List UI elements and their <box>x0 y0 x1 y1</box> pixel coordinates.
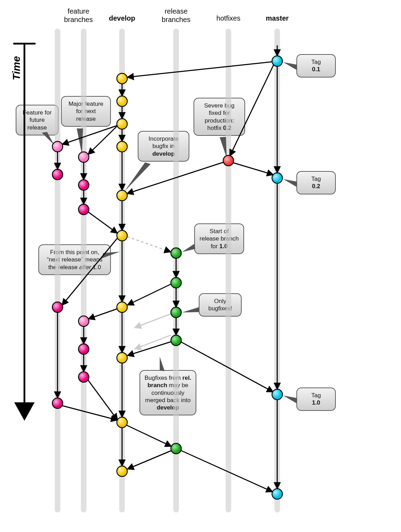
svg-point-64 <box>117 302 127 312</box>
svg-point-75 <box>52 302 63 312</box>
svg-point-77 <box>78 152 89 162</box>
svg-line-27 <box>89 212 117 233</box>
edges <box>58 45 277 492</box>
svg-point-69 <box>171 278 181 288</box>
svg-point-61 <box>117 141 127 152</box>
svg-line-28 <box>230 65 274 155</box>
svg-point-58 <box>117 73 127 84</box>
svg-line-30 <box>233 163 273 175</box>
svg-point-67 <box>117 466 127 476</box>
svg-point-53 <box>272 56 282 66</box>
svg-point-76 <box>52 398 63 408</box>
svg-point-65 <box>117 353 127 363</box>
time-axis-arrow <box>14 44 35 419</box>
svg-line-42 <box>62 238 117 305</box>
svg-line-21 <box>128 62 272 77</box>
svg-point-74 <box>52 169 63 180</box>
svg-point-54 <box>272 173 282 183</box>
svg-point-60 <box>117 119 127 129</box>
svg-line-39 <box>135 314 171 327</box>
svg-line-43 <box>89 309 117 319</box>
svg-point-56 <box>272 489 282 499</box>
svg-point-72 <box>171 443 181 454</box>
svg-point-62 <box>117 190 127 201</box>
svg-point-79 <box>78 204 89 215</box>
commit-nodes <box>52 56 282 499</box>
diagram-svg <box>0 0 401 532</box>
svg-line-50 <box>128 451 171 469</box>
svg-point-63 <box>117 230 127 241</box>
svg-point-68 <box>171 248 181 258</box>
svg-point-81 <box>78 344 89 354</box>
svg-point-82 <box>78 372 89 382</box>
svg-point-73 <box>52 141 63 152</box>
svg-point-59 <box>117 96 127 106</box>
svg-point-80 <box>78 316 89 326</box>
svg-line-31 <box>127 237 170 252</box>
svg-point-78 <box>78 180 89 190</box>
svg-line-40 <box>135 335 171 349</box>
svg-line-49 <box>127 425 171 446</box>
svg-point-70 <box>171 307 181 318</box>
svg-point-55 <box>272 389 282 400</box>
svg-line-35 <box>128 284 171 305</box>
svg-point-57 <box>223 155 234 166</box>
svg-point-66 <box>117 417 127 428</box>
svg-point-71 <box>171 335 181 346</box>
